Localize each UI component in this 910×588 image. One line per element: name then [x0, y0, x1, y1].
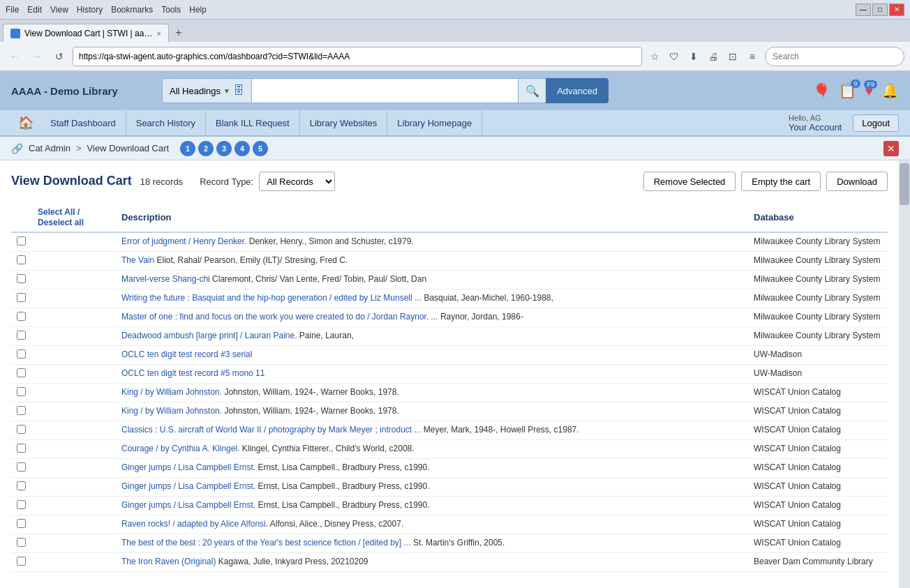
record-link-17[interactable]: The Iron Raven (Original): [121, 557, 216, 566]
search-input[interactable]: [252, 78, 518, 103]
bell-icon[interactable]: 🔔: [881, 82, 899, 99]
new-tab-button[interactable]: +: [169, 24, 188, 42]
search-button[interactable]: 🔍: [518, 78, 546, 103]
menu-view[interactable]: View: [50, 5, 68, 15]
close-breadcrumb-button[interactable]: ✕: [883, 141, 899, 156]
forward-button[interactable]: →: [28, 47, 46, 66]
scrollbar[interactable]: [899, 160, 910, 588]
menu-tools[interactable]: Tools: [161, 5, 181, 15]
row-checkbox-10[interactable]: [17, 425, 26, 434]
record-link-15[interactable]: Raven rocks! / adapted by Alice Alfonsi.: [121, 519, 268, 529]
record-link-16[interactable]: The best of the best : 20 years of the Y…: [121, 538, 411, 548]
browser-menu[interactable]: File Edit View History Bookmarks Tools H…: [6, 5, 207, 15]
row-checkbox-0[interactable]: [17, 236, 26, 246]
record-link-3[interactable]: Writing the future : Basquiat and the hi…: [121, 293, 422, 303]
row-checkbox-12[interactable]: [17, 462, 26, 472]
list-icon[interactable]: 📋9: [839, 82, 856, 99]
balloon-icon[interactable]: 🎈: [813, 82, 830, 99]
browser-tab[interactable]: View Download Cart | STWI | aa… ×: [3, 24, 169, 42]
row-checkbox-9[interactable]: [17, 406, 26, 415]
menu-bookmarks[interactable]: Bookmarks: [111, 5, 153, 15]
record-link-7[interactable]: OCLC ten digit test record #5 mono 11: [121, 368, 264, 378]
record-link-6[interactable]: OCLC ten digit test record #3 serial: [121, 349, 252, 359]
row-checkbox-3[interactable]: [17, 293, 26, 302]
step-5[interactable]: 5: [253, 141, 268, 156]
advanced-search-button[interactable]: Advanced: [546, 78, 609, 103]
row-description-cell: The Iron Raven (Original) Kagawa, Julie,…: [116, 553, 748, 572]
row-checkbox-13[interactable]: [17, 481, 26, 490]
nav-search-history[interactable]: Search History: [126, 110, 206, 136]
row-checkbox-6[interactable]: [17, 349, 26, 359]
window-controls[interactable]: — □ ✕: [856, 3, 904, 16]
logout-button[interactable]: Logout: [853, 114, 899, 132]
record-link-14[interactable]: Ginger jumps / Lisa Campbell Ernst.: [121, 500, 255, 510]
table-row: Ginger jumps / Lisa Campbell Ernst. Erns…: [11, 478, 888, 497]
row-checkbox-cell: [11, 515, 32, 534]
url-bar[interactable]: [73, 47, 642, 66]
record-link-13[interactable]: Ginger jumps / Lisa Campbell Ernst.: [121, 481, 255, 491]
step-2[interactable]: 2: [198, 141, 214, 156]
record-link-9[interactable]: King / by William Johnston.: [121, 406, 222, 416]
step-4[interactable]: 4: [234, 141, 250, 156]
nav-library-homepage[interactable]: Library Homepage: [387, 110, 482, 136]
record-link-12[interactable]: Ginger jumps / Lisa Campbell Ernst.: [121, 462, 255, 472]
row-checkbox-16[interactable]: [17, 538, 26, 547]
maximize-button[interactable]: □: [872, 3, 888, 16]
scrollbar-thumb[interactable]: [900, 163, 909, 205]
nav-home-icon[interactable]: 🏠: [11, 115, 40, 130]
tab-close-button[interactable]: ×: [156, 29, 161, 38]
nav-staff-dashboard[interactable]: Staff Dashboard: [40, 110, 126, 136]
breadcrumb-cat-admin[interactable]: Cat Admin: [29, 143, 70, 153]
row-description-cell: King / by William Johnston. Johnston, Wi…: [116, 402, 748, 421]
row-checkbox-1[interactable]: [17, 255, 26, 264]
row-checkbox-17[interactable]: [17, 557, 26, 566]
menu-file[interactable]: File: [6, 5, 19, 15]
nav-library-websites[interactable]: Library Websites: [300, 110, 388, 136]
record-link-1[interactable]: The Vain: [121, 255, 154, 265]
nav-blank-ill-request[interactable]: Blank ILL Request: [206, 110, 300, 136]
row-checkbox-7[interactable]: [17, 368, 26, 377]
nav-account[interactable]: Hello, AG Your Account: [789, 114, 842, 133]
print-icon[interactable]: 🖨: [705, 48, 722, 65]
download-icon[interactable]: ⬇: [685, 48, 702, 65]
back-button[interactable]: ←: [6, 47, 24, 66]
bookmark-icon[interactable]: ☆: [646, 48, 663, 65]
row-index-cell: [32, 478, 116, 497]
remove-selected-button[interactable]: Remove Selected: [643, 172, 736, 191]
download-button[interactable]: Download: [826, 172, 888, 191]
record-text-12: Ernst, Lisa Campbell., Bradbury Press, c…: [255, 462, 429, 472]
row-checkbox-4[interactable]: [17, 312, 26, 321]
record-link-4[interactable]: Master of one : find and focus on the wo…: [121, 312, 438, 322]
record-link-8[interactable]: King / by William Johnston.: [121, 387, 222, 397]
record-type-select[interactable]: All Records Bibliographic Authority: [259, 172, 335, 191]
reader-icon[interactable]: ⊡: [724, 48, 741, 65]
menu-edit[interactable]: Edit: [27, 5, 42, 15]
record-link-2[interactable]: Marvel-verse Shang-chi: [121, 274, 210, 284]
menu-help[interactable]: Help: [189, 5, 207, 15]
account-label[interactable]: Your Account: [789, 122, 842, 133]
heading-select[interactable]: All Headings ▼ 🗄: [162, 78, 252, 103]
close-button[interactable]: ✕: [889, 3, 904, 16]
select-all-link[interactable]: Select All /Deselect all: [38, 207, 84, 227]
record-link-0[interactable]: Error of judgment / Henry Denker.: [121, 236, 246, 246]
heart-icon[interactable]: ♥F9: [865, 83, 873, 99]
row-checkbox-14[interactable]: [17, 500, 26, 509]
row-checkbox-15[interactable]: [17, 519, 26, 528]
empty-cart-button[interactable]: Empty the cart: [741, 172, 821, 191]
col-select-all[interactable]: Select All /Deselect all: [32, 202, 116, 232]
record-link-11[interactable]: Courage / by Cynthia A. Klingel.: [121, 444, 239, 453]
row-checkbox-2[interactable]: [17, 274, 26, 283]
minimize-button[interactable]: —: [856, 3, 871, 16]
row-checkbox-8[interactable]: [17, 387, 26, 396]
record-link-5[interactable]: Deadwood ambush [large print] / Lauran P…: [121, 331, 297, 340]
record-link-10[interactable]: Classics : U.S. aircraft of World War II…: [121, 425, 421, 435]
urlbar-icons: ☆ 🛡 ⬇ 🖨 ⊡ ≡: [646, 48, 761, 65]
step-3[interactable]: 3: [216, 141, 232, 156]
browser-search-input[interactable]: [765, 47, 904, 66]
row-checkbox-11[interactable]: [17, 444, 26, 453]
menu-history[interactable]: History: [77, 5, 103, 15]
row-checkbox-5[interactable]: [17, 331, 26, 340]
menu-icon[interactable]: ≡: [744, 48, 761, 65]
reload-button[interactable]: ↺: [50, 47, 68, 66]
step-1[interactable]: 1: [180, 141, 195, 156]
